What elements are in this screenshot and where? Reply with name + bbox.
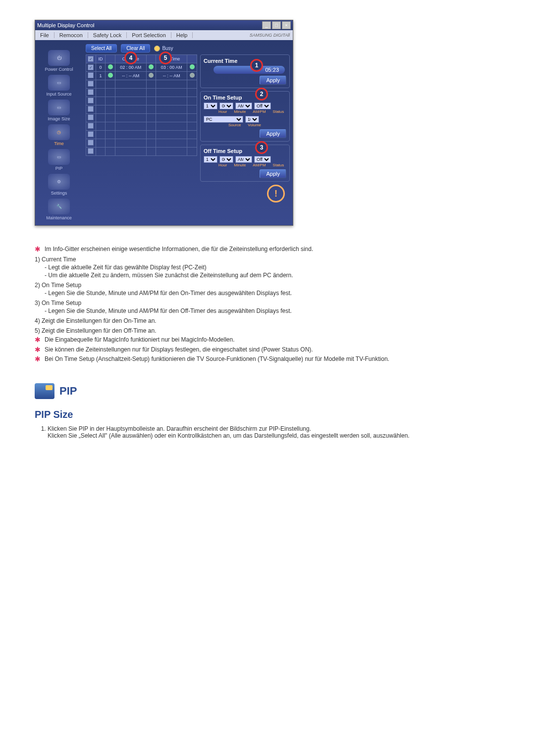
busy-dot-icon: [154, 46, 160, 51]
pip-step: Klicken Sie PIP in der Hauptsymbolleiste…: [48, 425, 500, 439]
gear-icon: ⚙: [48, 174, 70, 190]
table-row[interactable]: [86, 148, 197, 156]
clock-icon: ◷: [48, 124, 70, 140]
col-status3: [187, 55, 197, 63]
clear-all-button[interactable]: Clear All: [121, 44, 150, 52]
hour-select[interactable]: 1: [204, 102, 217, 109]
table-row[interactable]: [86, 89, 197, 97]
menu-remocon[interactable]: Remocon: [54, 32, 88, 38]
minute-select[interactable]: 00: [219, 102, 233, 109]
source-select[interactable]: PC: [204, 116, 243, 123]
status-dot-icon: [149, 64, 154, 69]
minimize-button[interactable]: _: [262, 21, 271, 29]
table-row[interactable]: 1 -- : -- AM -- : -- AM: [86, 72, 197, 80]
ampm-select[interactable]: AM: [235, 156, 252, 163]
title-bar: Multiple Display Control _ □ ×: [35, 20, 293, 30]
sidebar: ⏻ Power Control ▭ Input Source ▭ Image S…: [35, 40, 83, 225]
brand-label: SAMSUNG DIGITAll: [250, 33, 293, 38]
hour-select[interactable]: 1: [204, 156, 217, 163]
ampm-select[interactable]: AM: [235, 102, 252, 109]
star-icon: ✱: [35, 346, 42, 353]
off-time-title: Off Time Setup: [204, 148, 286, 154]
pip-size-heading: PIP Size: [35, 409, 500, 420]
current-time-panel: 1 Current Time 05:23 Apply: [200, 54, 290, 88]
apply-button[interactable]: Apply: [260, 76, 286, 85]
input-source-icon: ▭: [48, 75, 70, 91]
select-all-button[interactable]: Select All: [86, 44, 117, 52]
maximize-button[interactable]: □: [272, 21, 281, 29]
sidebar-item-input-source[interactable]: ▭ Input Source: [39, 75, 79, 97]
menu-help[interactable]: Help: [171, 32, 193, 38]
status-select[interactable]: Off: [254, 156, 271, 163]
status-dot-icon: [108, 64, 113, 69]
col-checkbox: [86, 55, 96, 63]
power-icon: ⏻: [48, 50, 70, 66]
pip-sidebar-icon: ▭: [48, 149, 70, 165]
on-time-setup-panel: 2 On Time Setup 1 00 AM Off Hour Minute …: [200, 91, 290, 142]
annotation-2: 2: [255, 88, 268, 101]
table-row[interactable]: [86, 131, 197, 139]
current-time-value: 05:23: [214, 66, 285, 74]
status-dot-icon: [190, 64, 195, 69]
status-dot-icon: [108, 73, 113, 78]
minute-select[interactable]: 00: [219, 156, 233, 163]
menu-bar: File Remocon Safety Lock Port Selection …: [35, 30, 293, 40]
pip-heading: PIP: [59, 385, 77, 398]
table-row[interactable]: [86, 80, 197, 89]
annotation-1: 1: [250, 59, 263, 72]
sidebar-item-image-size[interactable]: ▭ Image Size: [39, 100, 79, 121]
menu-safety-lock[interactable]: Safety Lock: [88, 32, 127, 38]
busy-indicator: Busy: [154, 46, 173, 51]
star-icon: ✱: [35, 355, 42, 363]
status-dot-icon: [190, 73, 195, 78]
star-icon: ✱: [35, 336, 42, 344]
doc-intro: Im Info-Gitter erscheinen einige wesentl…: [45, 246, 313, 252]
table-row[interactable]: [86, 105, 197, 114]
menu-port-selection[interactable]: Port Selection: [127, 32, 171, 38]
sidebar-item-settings[interactable]: ⚙ Settings: [39, 174, 79, 196]
alert-icon: !: [267, 185, 285, 202]
col-status1: [106, 55, 115, 63]
volume-select[interactable]: 10: [245, 116, 259, 123]
on-time-title: On Time Setup: [204, 95, 286, 101]
status-select[interactable]: Off: [254, 102, 271, 109]
apply-button[interactable]: Apply: [260, 169, 286, 178]
table-row[interactable]: [86, 114, 197, 122]
current-time-title: Current Time: [204, 58, 286, 64]
menu-file[interactable]: File: [35, 32, 54, 38]
row-checkbox[interactable]: [88, 72, 94, 78]
annotation-3: 3: [255, 141, 268, 154]
doc-body: ✱ Im Info-Gitter erscheinen einige wesen…: [35, 246, 500, 439]
star-icon: ✱: [35, 246, 42, 253]
status-dot-icon: [149, 73, 154, 78]
sidebar-item-power-control[interactable]: ⏻ Power Control: [39, 50, 79, 72]
annotation-4: 4: [124, 51, 137, 64]
wrench-icon: 🔧: [48, 199, 70, 214]
pip-heading-icon: [35, 383, 54, 399]
display-grid: 4 5 ID On Time Off Time: [86, 54, 197, 156]
window-title: Multiple Display Control: [37, 22, 262, 28]
sidebar-item-pip[interactable]: ▭ PIP: [39, 149, 79, 171]
table-row[interactable]: [86, 139, 197, 148]
sidebar-item-maintenance[interactable]: 🔧 Maintenance: [39, 199, 79, 220]
table-row[interactable]: [86, 97, 197, 105]
table-row[interactable]: [86, 122, 197, 131]
annotation-5: 5: [159, 51, 172, 64]
table-row[interactable]: 0 02 : 00 AM 03 : 00 AM: [86, 63, 197, 72]
col-status2: [146, 55, 156, 63]
close-button[interactable]: ×: [282, 21, 291, 29]
apply-button[interactable]: Apply: [260, 129, 286, 138]
image-size-icon: ▭: [48, 100, 70, 115]
off-time-setup-panel: 3 Off Time Setup 1 00 AM Off Hour Minute…: [200, 145, 290, 182]
sidebar-item-time[interactable]: ◷ Time: [39, 124, 79, 146]
col-id: ID: [96, 55, 106, 63]
app-window: Multiple Display Control _ □ × File Remo…: [35, 20, 293, 226]
row-checkbox[interactable]: [88, 64, 94, 70]
